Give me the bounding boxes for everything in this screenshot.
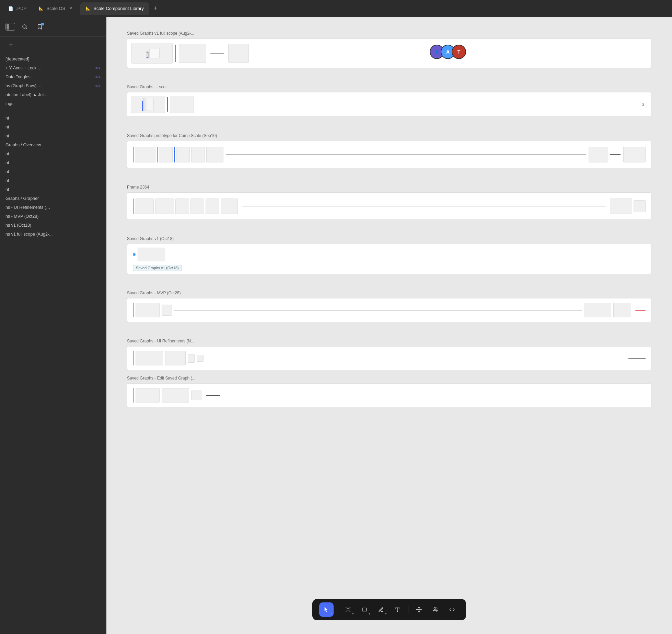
proto-vline-3 (174, 147, 175, 162)
tab-pdp[interactable]: 📄 .PDP (3, 2, 32, 15)
sidebar-item-ui-refinements[interactable]: ns - UI Refinements (… (0, 203, 106, 212)
svg-rect-2 (362, 608, 367, 611)
sidebar-item-nt4[interactable]: nt (0, 149, 106, 158)
frame-saved-graphs-v1-oct18-preview[interactable]: Saved Graphs v1 (Oct18) (127, 244, 651, 274)
sidebar-item-nt2-label: nt (5, 125, 9, 129)
sidebar-item-graphs-grapher[interactable]: Graphs / Grapher (0, 194, 106, 203)
frame-saved-graphs-2-preview[interactable]: G... (127, 92, 651, 117)
sidebar-item-nt3[interactable]: nt (0, 132, 106, 140)
proto-graph-6 (589, 147, 607, 162)
tab-scaleos-close[interactable]: ✕ (68, 6, 73, 11)
sidebar-item-nt2[interactable]: nt (0, 123, 106, 132)
svg-point-4 (419, 607, 420, 608)
frame-saved-graphs-edit-preview[interactable] (127, 383, 651, 407)
frame-tool-button[interactable]: ▾ (341, 602, 355, 617)
panel-toggle-inner (7, 24, 9, 30)
canvas-scroll-area[interactable]: 👤 A T Saved Graphs v1 full scope (Aug2-.… (106, 17, 672, 634)
sidebar-spacer-1 (0, 108, 106, 114)
sidebar-item-graph-favs-code: </> (95, 84, 101, 88)
sidebar-item-graph-favs[interactable]: hs (Graph Favs) ... </> (0, 81, 106, 90)
rectangle-tool-button[interactable]: ▾ (357, 602, 372, 617)
f2364-small-block (634, 200, 646, 212)
frame-saved-graphs-ui-refinements-preview-row1[interactable] (127, 346, 651, 370)
sidebar-item-nt8[interactable]: nt (0, 185, 106, 194)
frame-saved-graphs-ui-refinements: Saved Graphs - UI Refinements (N... Save… (127, 339, 651, 407)
frame-1-dash (210, 53, 224, 54)
sidebar-item-y-axes-lock[interactable]: + Y-Axes + Lock ... </> (0, 64, 106, 72)
code-icon (449, 607, 455, 612)
sidebar-item-data-toggles-code: </> (95, 75, 101, 79)
proto-vline-1 (133, 147, 134, 162)
sidebar-item-mvp-oct28[interactable]: ns - MVP (Oct28) (0, 212, 106, 221)
svg-point-0 (23, 25, 26, 29)
sidebar-item-data-toggles[interactable]: Data Toggles </> (0, 72, 106, 81)
svg-point-3 (419, 609, 420, 610)
text-icon (395, 607, 400, 612)
frame-saved-graphs-prototype-preview[interactable] (127, 141, 651, 168)
f2364-graph-6 (221, 199, 238, 214)
f2364-graph-2 (155, 199, 174, 214)
code-tool-button[interactable] (445, 602, 459, 617)
sidebar-item-nutrition-label[interactable]: utrition Label) ▲ Jul-... (0, 90, 106, 99)
cursor-tool-button[interactable]: ▾ (319, 602, 334, 617)
layout-tool-button[interactable] (428, 602, 443, 617)
sidebar-item-nt1[interactable]: nt (0, 114, 106, 123)
frame-saved-graphs-mvp-oct28: Saved Graphs - MVP (Oct28) (127, 291, 651, 322)
frame-saved-graphs-edit-label: Saved Graphs - Edit Saved Graph (... (127, 376, 651, 381)
pen-tool-button[interactable]: ▾ (374, 602, 388, 617)
tab-add-button[interactable]: + (151, 4, 160, 13)
sidebar-item-graphs-grapher-label: Graphs / Grapher (5, 196, 39, 201)
sidebar-item-nutrition-label-label: utrition Label) ▲ Jul-... (5, 92, 49, 97)
bookmark-notification-dot (41, 23, 44, 25)
tab-scaleos[interactable]: 📐 Scale.OS ✕ (33, 2, 79, 15)
tab-bar: 📄 .PDP 📐 Scale.OS ✕ 📐 Scale Component Li… (0, 0, 672, 17)
tab-scale-component-library[interactable]: 📐 Scale Component Library (80, 2, 149, 15)
tab-pdp-icon: 📄 (8, 6, 13, 11)
svg-point-7 (417, 609, 418, 610)
bookmark-button[interactable] (34, 21, 45, 32)
sidebar-item-graphs-overview[interactable]: Graphs / Overview (0, 140, 106, 149)
frame-saved-graphs-v1-full-scope-preview[interactable] (127, 38, 651, 68)
sidebar-item-ings-label: ings (5, 101, 13, 106)
proto-graph-2 (159, 147, 173, 162)
sidebar-item-v1-oct18-label: ns v1 (Oct18) (5, 223, 31, 228)
tab-scaleos-icon: 📐 (39, 6, 44, 11)
sidebar-item-nt5[interactable]: nt (0, 158, 106, 167)
frame-tool-chevron: ▾ (352, 612, 354, 615)
oct18-row-1 (133, 248, 646, 261)
sidebar-item-nt6-label: nt (5, 169, 9, 174)
frame-2364: Frame 2364 (127, 185, 651, 220)
sidebar-item-nt8-label: nt (5, 187, 9, 192)
svg-point-8 (434, 608, 436, 609)
tab-scale-component-library-label: Scale Component Library (93, 6, 144, 11)
sidebar-item-v1-oct18[interactable]: ns v1 (Oct18) (0, 221, 106, 230)
svg-point-5 (421, 609, 422, 610)
frame-2-label-g: G... (641, 102, 648, 106)
sidebar-item-nt6[interactable]: nt (0, 167, 106, 176)
frame-1-vline (175, 45, 176, 62)
add-section-button[interactable]: + (5, 39, 16, 50)
sidebar-item-nt7[interactable]: nt (0, 176, 106, 185)
f2364-graph-3 (175, 199, 189, 214)
component-tool-button[interactable] (412, 602, 426, 617)
text-tool-button[interactable] (390, 602, 405, 617)
mini-graph-4 (131, 96, 165, 113)
frame-2364-preview[interactable] (127, 192, 651, 220)
sidebar-toolbar (0, 17, 106, 37)
sidebar-item-ings[interactable]: ings (0, 99, 106, 108)
tab-scale-component-library-icon: 📐 (86, 6, 91, 11)
sidebar-item-deprecated[interactable]: [deprecated] (0, 55, 106, 64)
f2364-graph-4 (190, 199, 204, 214)
sidebar-item-graph-favs-label: hs (Graph Favs) ... (5, 83, 41, 88)
frame-saved-graphs-v1-full-scope-label: Saved Graphs v1 full scope (Aug2-... (127, 31, 651, 36)
sidebar-item-deprecated-label: [deprecated] (5, 57, 30, 61)
mini-graph-5 (170, 96, 194, 113)
panel-toggle-button[interactable] (5, 23, 15, 31)
main-layout: + [deprecated] + Y-Axes + Lock ... </> D… (0, 17, 672, 634)
sidebar-item-v1-full-scope[interactable]: ns v1 full scope (Aug2-... (0, 230, 106, 239)
search-button[interactable] (19, 21, 30, 32)
mini-graph-2 (179, 44, 206, 63)
edit-vline (133, 388, 134, 403)
f2364-graph-5 (206, 199, 219, 214)
frame-saved-graphs-mvp-oct28-preview[interactable] (127, 298, 651, 322)
